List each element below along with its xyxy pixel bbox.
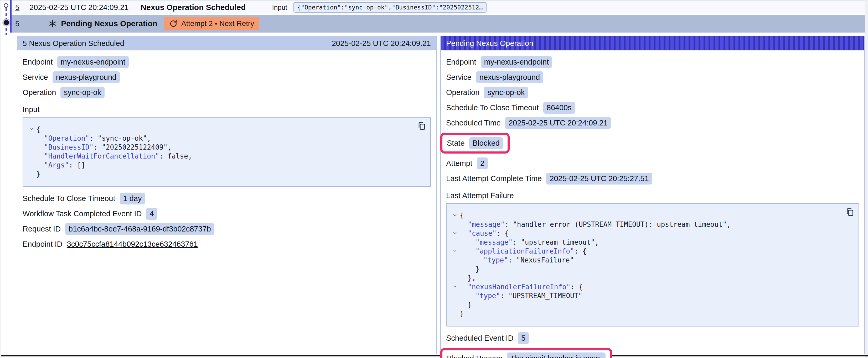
frame-left-border — [1, 0, 1, 358]
field-value-badge: 5 — [518, 332, 529, 344]
panel-header-pending: Pending Nexus Operation — [441, 36, 864, 51]
field-row: Scheduled Event ID5 — [446, 332, 859, 344]
json-gutter — [26, 161, 36, 162]
history-row-pending[interactable]: 5 Pending Nexus Operation Attempt 2 • Ne… — [11, 15, 865, 33]
field-label: Endpoint — [23, 58, 53, 66]
field-value-badge: sync-op-ok — [484, 87, 528, 98]
json-code: "cause": { — [460, 229, 509, 238]
field-value-badge: nexus-playground — [476, 71, 544, 83]
fields-top: Endpointmy-nexus-endpointServicenexus-pl… — [446, 56, 859, 185]
collapse-chevron-icon[interactable] — [450, 283, 460, 289]
json-line: } — [450, 265, 843, 273]
highlight-annotation: Blocked ReasonThe circuit breaker is ope… — [440, 348, 612, 358]
panel-body: Endpointmy-nexus-endpointServicenexus-pl… — [441, 51, 864, 358]
field-value-badge: Blocked — [469, 137, 503, 149]
input-section-label: Input — [23, 105, 431, 114]
json-line: "cause": { — [450, 229, 843, 238]
copy-button[interactable] — [417, 121, 426, 131]
json-code: "applicationFailureInfo": { — [460, 247, 587, 256]
json-code: }, — [460, 273, 476, 283]
field-label: Workflow Task Completed Event ID — [23, 209, 142, 218]
field-label: Operation — [446, 88, 479, 97]
json-code: { — [36, 125, 40, 134]
json-gutter — [26, 143, 36, 144]
field-inner: Endpoint ID3c0c75ccfa8144b092c13ce632463… — [23, 240, 198, 249]
field-label: Attempt — [446, 159, 472, 168]
json-gutter — [450, 300, 460, 302]
copy-button[interactable] — [845, 207, 854, 217]
fields-bottom: Schedule To Close Timeout1 dayWorkflow T… — [23, 193, 431, 250]
highlight-annotation: StateBlocked — [440, 133, 510, 154]
collapse-chevron-icon[interactable] — [450, 211, 460, 217]
event-time: 2025-02-25 UTC 20:24:09.21 — [29, 3, 128, 12]
field-inner: Workflow Task Completed Event ID4 — [23, 208, 157, 220]
field-row: StateBlocked — [446, 132, 859, 154]
field-row: Last Attempt Complete Time2025-02-25 UTC… — [446, 173, 859, 185]
field-label: Endpoint — [446, 58, 476, 66]
field-label: Service — [446, 73, 471, 82]
input-preview-chip[interactable]: {"Operation":"sync-op-ok","BusinessID":"… — [293, 2, 486, 12]
field-value-badge: 86400s — [543, 102, 575, 113]
json-line: "BusinessID": "20250225122409", — [26, 143, 414, 152]
json-gutter — [450, 309, 460, 311]
collapse-chevron-icon[interactable] — [450, 247, 460, 253]
field-inner: Request IDb1c6a4bc-8ee7-468a-9169-df3b02… — [23, 223, 214, 235]
json-gutter — [450, 291, 460, 293]
fields-top: Endpointmy-nexus-endpointServicenexus-pl… — [23, 56, 431, 98]
event-id-link[interactable]: 5 — [15, 20, 20, 28]
history-row-scheduled[interactable]: 5 2025-02-25 UTC 20:24:09.21 Nexus Opera… — [11, 1, 865, 14]
field-value-badge: 2 — [477, 158, 488, 169]
failure-json-viewer: {"message": "handler error (UPSTREAM_TIM… — [446, 203, 859, 326]
json-code: "nexusHandlerFailureInfo": { — [460, 283, 583, 291]
field-label: State — [447, 139, 465, 148]
field-label: Schedule To Close Timeout — [23, 194, 115, 203]
field-inner: Endpointmy-nexus-endpoint — [446, 56, 552, 68]
field-row: Attempt2 — [446, 158, 859, 169]
panel-header-title: Pending Nexus Operation — [446, 39, 533, 48]
input-label: Input — [272, 3, 287, 11]
selected-event-rail — [10, 0, 11, 33]
event-id-link[interactable]: 5 — [15, 3, 20, 12]
field-row: Endpoint ID3c0c75ccfa8144b092c13ce632463… — [23, 238, 431, 250]
event-detail-panel-scheduled: 5 Nexus Operation Scheduled 2025-02-25 U… — [17, 36, 437, 354]
field-row: Schedule To Close Timeout86400s — [446, 102, 859, 113]
field-value-badge: my-nexus-endpoint — [481, 56, 553, 68]
field-row: Operationsync-op-ok — [23, 87, 431, 98]
field-row: Servicenexus-playground — [446, 71, 859, 83]
field-label: Request ID — [23, 225, 61, 233]
json-gutter — [450, 220, 460, 222]
field-inner: Servicenexus-playground — [23, 71, 120, 83]
field-value-badge: b1c6a4bc-8ee7-468a-9169-df3b02c8737b — [65, 223, 214, 235]
json-line: "type": "UPSTREAM_TIMEOUT" — [450, 291, 843, 300]
timeline-node-open-icon — [4, 3, 8, 8]
field-row: Schedule To Close Timeout1 day — [23, 193, 431, 204]
json-code: } — [460, 300, 472, 309]
panel-body: Endpointmy-nexus-endpointServicenexus-pl… — [17, 51, 436, 259]
collapse-chevron-icon[interactable] — [26, 125, 36, 131]
field-value-link[interactable]: 3c0c75ccfa8144b092c13ce632463761 — [67, 240, 198, 249]
json-line: }, — [450, 273, 843, 283]
field-inner: Scheduled Time2025-02-25 UTC 20:24:09.21 — [446, 117, 611, 129]
field-row: Blocked ReasonThe circuit breaker is ope… — [446, 348, 859, 358]
failure-section-label: Last Attempt Failure — [446, 191, 859, 200]
collapse-chevron-icon[interactable] — [450, 229, 460, 235]
json-line: "nexusHandlerFailureInfo": { — [450, 283, 843, 291]
field-value-badge: my-nexus-endpoint — [57, 56, 129, 68]
json-gutter — [26, 152, 36, 154]
field-label: Last Attempt Complete Time — [446, 174, 542, 183]
field-inner: Last Attempt Complete Time2025-02-25 UTC… — [446, 173, 652, 185]
event-title: Pending Nexus Operation — [61, 19, 157, 28]
json-line: "Operation": "sync-op-ok", — [26, 134, 414, 143]
field-row: Workflow Task Completed Event ID4 — [23, 208, 431, 220]
json-line: } — [450, 309, 843, 318]
json-line: } — [26, 169, 414, 178]
json-line: { — [26, 125, 414, 134]
json-line: "message": "handler error (UPSTREAM_TIME… — [450, 220, 843, 229]
field-inner: Schedule To Close Timeout86400s — [446, 102, 575, 113]
panel-header-title: 5 Nexus Operation Scheduled — [23, 39, 124, 48]
field-row: Endpointmy-nexus-endpoint — [23, 56, 431, 68]
field-row: Servicenexus-playground — [23, 71, 431, 83]
field-value-badge: nexus-playground — [53, 71, 120, 83]
field-value-badge: 4 — [146, 208, 157, 220]
field-inner: Endpointmy-nexus-endpoint — [23, 56, 129, 68]
